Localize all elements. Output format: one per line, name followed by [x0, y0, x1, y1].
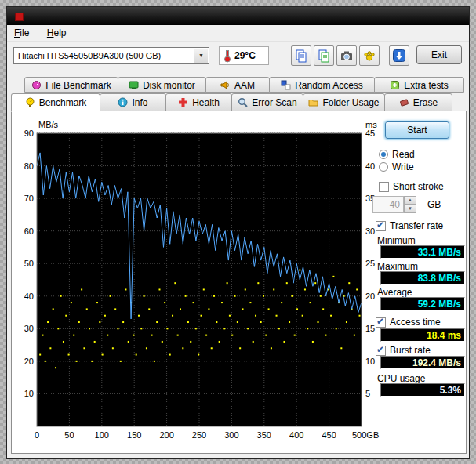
tab-disk-monitor[interactable]: Disk monitor	[118, 77, 206, 93]
copy-image-button[interactable]	[314, 45, 334, 66]
download-arrow-icon	[392, 49, 406, 63]
svg-text:ms: ms	[365, 120, 377, 129]
svg-text:250: 250	[192, 430, 206, 440]
file-benchmark-icon	[31, 80, 42, 90]
extra-tests-icon	[390, 80, 400, 90]
access-time-row[interactable]: Access time	[376, 317, 441, 328]
svg-text:30: 30	[365, 227, 375, 236]
svg-text:15: 15	[365, 324, 375, 333]
svg-text:350: 350	[257, 430, 271, 440]
chevron-down-icon[interactable]: ▼	[194, 49, 208, 63]
temperature-indicator: 29°C	[219, 46, 269, 65]
svg-text:20: 20	[365, 292, 375, 301]
access-time-label: Access time	[390, 317, 441, 328]
tab-erase[interactable]: Erase	[384, 93, 452, 111]
tab-health[interactable]: Health	[165, 93, 232, 111]
svg-text:MB/s: MB/s	[38, 120, 59, 129]
stroke-length-input[interactable]: 40	[372, 196, 404, 213]
thermometer-icon	[223, 49, 231, 63]
start-button[interactable]: Start	[385, 121, 449, 139]
svg-text:200: 200	[159, 430, 173, 440]
spinner-up-button[interactable]: ▲	[404, 196, 416, 205]
burst-rate-row[interactable]: Burst rate	[376, 345, 431, 356]
tab-label: Erase	[413, 97, 438, 108]
svg-text:400: 400	[289, 430, 303, 440]
tab-label: Random Access	[295, 80, 363, 91]
svg-text:10: 10	[24, 389, 34, 398]
tab-label: Disk monitor	[143, 80, 195, 91]
drive-combobox-value: Hitachi HTS545050B9A300 (500 GB)	[18, 51, 161, 60]
svg-text:40: 40	[365, 161, 375, 171]
app-window: File Help Hitachi HTS545050B9A300 (500 G…	[6, 6, 470, 459]
svg-text:5: 5	[365, 389, 370, 398]
short-stroke-label: Short stroke	[393, 181, 444, 192]
tab-error-scan[interactable]: Error Scan	[231, 93, 303, 111]
tab-random-access[interactable]: Random Access	[269, 77, 375, 93]
minimum-label: Minimum	[377, 235, 416, 246]
access-time-checkbox[interactable]	[376, 317, 386, 328]
radio-write-row[interactable]: Write	[379, 161, 414, 172]
short-stroke-row[interactable]: Short stroke	[379, 181, 444, 192]
average-label: Average	[377, 287, 412, 298]
svg-text:30: 30	[24, 324, 34, 333]
tab-label: Folder Usage	[322, 97, 379, 108]
temperature-value: 29°C	[234, 50, 256, 61]
write-radio[interactable]	[379, 162, 388, 172]
menu-item-help[interactable]: Help	[40, 25, 74, 40]
short-stroke-checkbox[interactable]	[379, 182, 389, 192]
svg-text:500GB: 500GB	[352, 430, 379, 440]
svg-text:300: 300	[224, 430, 238, 440]
menu-file-rest: ile	[20, 27, 29, 38]
svg-text:25: 25	[365, 259, 375, 268]
benchmark-panel: 9080706050403020104540353025201510505010…	[11, 111, 467, 454]
menubar: File Help	[7, 25, 469, 42]
exit-button[interactable]: Exit	[416, 45, 462, 64]
transfer-rate-row[interactable]: Transfer rate	[376, 220, 443, 231]
update-button[interactable]	[389, 45, 409, 66]
transfer-rate-checkbox[interactable]	[376, 221, 386, 231]
toolbar: Hitachi HTS545050B9A300 (500 GB) ▼ 29°C	[7, 42, 469, 71]
eraser-icon	[399, 97, 409, 107]
tab-folder-usage[interactable]: Folder Usage	[303, 93, 385, 111]
copy-icon	[294, 49, 308, 63]
read-label: Read	[392, 149, 415, 160]
burst-rate-checkbox[interactable]	[376, 346, 386, 356]
magnifier-icon	[238, 97, 248, 107]
tab-label: Error Scan	[252, 97, 296, 108]
tab-label: Benchmark	[39, 97, 87, 108]
spinner-down-button[interactable]: ▼	[404, 205, 416, 213]
menu-item-file[interactable]: File	[7, 25, 36, 40]
read-radio[interactable]	[379, 150, 388, 159]
info-icon	[118, 97, 128, 107]
burst-rate-label: Burst rate	[390, 345, 431, 356]
average-value: 59.2 MB/s	[380, 297, 465, 310]
cpu-usage-value: 5.3%	[380, 383, 465, 397]
svg-text:70: 70	[24, 194, 34, 203]
camera-icon	[340, 49, 354, 63]
tab-label: File Benchmark	[45, 80, 111, 91]
options-button[interactable]	[359, 45, 380, 66]
svg-text:90: 90	[24, 129, 34, 138]
health-cross-icon	[178, 97, 188, 107]
tab-label: Extra tests	[404, 80, 449, 91]
tab-row-secondary: File Benchmark Disk monitor AAM Random A…	[24, 77, 464, 93]
copy-text-button[interactable]	[291, 45, 311, 66]
tab-aam[interactable]: AAM	[205, 77, 270, 93]
radio-read-row[interactable]: Read	[379, 149, 415, 160]
svg-text:50: 50	[64, 430, 74, 440]
svg-text:150: 150	[127, 430, 141, 440]
tab-info[interactable]: Info	[100, 93, 166, 111]
svg-text:40: 40	[24, 292, 34, 301]
screenshot-button[interactable]	[336, 45, 357, 66]
tab-benchmark[interactable]: Benchmark	[11, 93, 100, 112]
write-label: Write	[392, 161, 414, 172]
svg-text:450: 450	[322, 430, 336, 440]
tab-extra-tests[interactable]: Extra tests	[374, 77, 464, 93]
svg-text:80: 80	[24, 161, 34, 171]
burst-rate-value: 192.4 MB/s	[380, 356, 465, 369]
titlebar[interactable]	[7, 7, 469, 25]
drive-combobox[interactable]: Hitachi HTS545050B9A300 (500 GB) ▼	[13, 47, 209, 64]
tab-file-benchmark[interactable]: File Benchmark	[24, 77, 118, 93]
svg-text:0: 0	[35, 430, 39, 440]
cpu-usage-label: CPU usage	[377, 373, 425, 384]
